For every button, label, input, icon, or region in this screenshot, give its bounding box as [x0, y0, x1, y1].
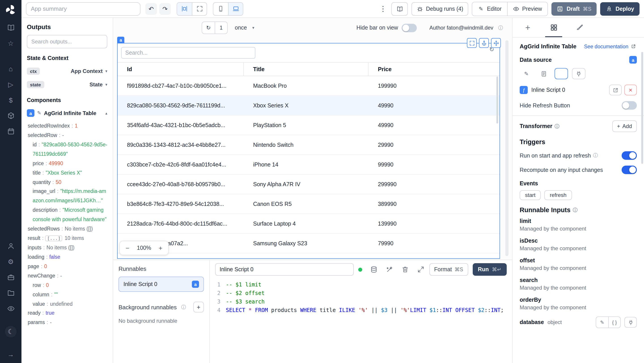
output-row[interactable]: newChange:- [27, 271, 107, 281]
column-header[interactable]: Price [368, 63, 500, 76]
database-icon[interactable] [370, 266, 378, 273]
insert-component-tab[interactable]: + [518, 18, 538, 37]
output-row[interactable]: selectedRowIndex:1 [27, 121, 107, 131]
rail-eye-icon[interactable] [7, 305, 15, 313]
table-row[interactable]: b3e864c8-7fe3-4270-89e9-54c12038...Canon… [118, 194, 500, 214]
debug-runs-button[interactable]: Debug runs (4) [412, 2, 468, 16]
draft-button[interactable]: Draft ⌘S [552, 2, 597, 16]
component-anchor-button[interactable] [479, 38, 489, 48]
add-transformer-button[interactable]: + Add [612, 120, 637, 132]
canvas-width-button[interactable] [177, 3, 192, 15]
output-row[interactable]: inputs:No items ([]) [27, 243, 107, 252]
table-row[interactable]: ccee43dc-27e0-40a8-b768-b09579b0...Sony … [118, 175, 500, 194]
rail-briefcase-icon[interactable] [7, 273, 15, 281]
table-row[interactable]: 4c83-8022-5e70a07a2...Samsung Galaxy S23… [118, 234, 500, 253]
output-row[interactable]: params:- [27, 318, 107, 327]
canvas-scrollbar[interactable] [505, 40, 508, 256]
connect-icon[interactable] [624, 317, 637, 328]
table-row[interactable]: 2128adca-7fc6-44bd-800c-dc115df6ac...Sur… [118, 214, 500, 234]
redo-button[interactable]: ↷ [159, 3, 171, 15]
remove-script-button[interactable]: × [624, 85, 637, 95]
chevron-up-icon[interactable]: ▴ [105, 111, 107, 115]
mobile-view-button[interactable] [213, 3, 228, 15]
delete-script-icon[interactable] [402, 266, 409, 273]
trigger-toggle[interactable] [622, 151, 637, 160]
output-row[interactable]: title:"Xbox Series X" [27, 168, 107, 177]
app-canvas[interactable]: a ↻ IdTitlePrice f991898d-cb27-4ac7-b10c… [113, 38, 512, 260]
rail-book-icon[interactable] [7, 24, 15, 32]
output-row[interactable]: result:[...]10 items [27, 234, 107, 243]
outputs-search-input[interactable] [27, 35, 107, 48]
context-row[interactable]: ctxApp Context▾ [27, 65, 107, 77]
static-mode-icon[interactable]: ✎ [520, 68, 533, 79]
rail-arrow-right-icon[interactable]: → [7, 350, 15, 358]
output-row[interactable]: page:0 [27, 262, 107, 271]
output-row[interactable]: row:0 [27, 280, 107, 290]
template-mode-icon[interactable] [537, 68, 550, 79]
table-row[interactable]: 354f6afd-43ac-4321-b1bc-0b5e5adcb...Play… [118, 116, 500, 135]
editor-tab-button[interactable]: ✎ Editor [472, 2, 507, 16]
rail-gear-icon[interactable]: ⚙ [7, 258, 15, 266]
column-header[interactable]: Title [244, 63, 368, 76]
runnable-item[interactable]: Inline Script 0 a [118, 277, 204, 292]
aggrid-component[interactable]: a ↻ IdTitlePrice f991898d-cb27-4ac7-b10c… [117, 43, 500, 259]
context-row[interactable]: stateState▾ [27, 78, 107, 90]
component-row[interactable]: a ✎ AgGrid Infinite Table ▴ [27, 107, 107, 119]
run-button[interactable]: Run ⌘↵ [472, 263, 507, 276]
output-row[interactable]: selectedRows:No items ([]) [27, 224, 107, 234]
docs-button[interactable] [392, 2, 408, 16]
output-row[interactable]: ready:true [27, 309, 107, 318]
preview-tab-button[interactable]: Preview [507, 2, 548, 16]
app-summary-input[interactable] [26, 2, 140, 16]
rail-calendar-icon[interactable] [7, 128, 15, 136]
script-name-input[interactable] [215, 263, 354, 276]
table-row[interactable]: c303bce7-cb2e-42c6-8fdf-6aa01fc4e4...iPh… [118, 155, 500, 175]
inline-script-row[interactable]: ƒ Inline Script 0 × [520, 85, 637, 95]
connect-mode-icon[interactable] [572, 68, 586, 79]
rail-folder-icon[interactable] [7, 289, 15, 297]
output-row[interactable]: value:undefined [27, 299, 107, 309]
frequency-select[interactable]: once ▾ [235, 25, 254, 31]
open-script-icon[interactable] [609, 85, 622, 95]
rail-play-icon[interactable]: ▷ [7, 81, 15, 89]
event-chip[interactable]: refresh [544, 190, 572, 200]
output-row[interactable]: loading:false [27, 252, 107, 262]
zoom-out-button[interactable]: − [124, 244, 132, 252]
output-row[interactable]: selectedRow:- [27, 131, 107, 140]
output-row[interactable]: id:"829ca080-5630-4562-9d5e-7611199dc669… [27, 140, 107, 159]
ai-wand-icon[interactable] [386, 266, 394, 273]
hide-bar-toggle[interactable] [402, 24, 417, 32]
rail-home-icon[interactable]: ⌂ [7, 65, 15, 73]
table-search-input[interactable] [121, 47, 255, 59]
edit-component-icon[interactable]: ✎ [37, 110, 41, 116]
info-icon[interactable]: ⓘ [573, 207, 578, 213]
table-scrollbar[interactable] [496, 77, 498, 124]
rail-user-icon[interactable] [7, 242, 15, 250]
more-menu-button[interactable]: ⋮ [378, 5, 388, 13]
table-refresh-icon[interactable]: ↻ [489, 47, 494, 52]
component-expand-button[interactable] [467, 38, 477, 48]
info-icon[interactable]: ⓘ [181, 304, 186, 310]
styling-tab[interactable] [570, 18, 590, 37]
rail-star-icon[interactable]: ☆ [7, 39, 15, 48]
code-editor[interactable]: 1234 -- $1 limit-- $2 offset-- $3 search… [210, 279, 512, 363]
output-row[interactable]: image_url:"https://m.media-amazon.com/im… [27, 187, 107, 206]
canvas-fullscreen-button[interactable] [192, 3, 206, 15]
deploy-button[interactable]: Deploy [600, 2, 640, 16]
rail-moon-icon[interactable]: ☾ [5, 326, 16, 337]
trigger-toggle[interactable] [622, 166, 637, 174]
rail-cube-icon[interactable] [7, 112, 15, 120]
event-chip[interactable]: start [520, 190, 541, 200]
zoom-in-button[interactable]: + [156, 244, 164, 252]
info-icon[interactable]: ⓘ [498, 25, 503, 31]
hide-refresh-toggle[interactable] [622, 101, 637, 110]
inspector-scrollbar[interactable] [641, 52, 643, 164]
output-row[interactable]: quantity:50 [27, 177, 107, 187]
column-header[interactable]: Id [118, 63, 244, 76]
info-icon[interactable]: ⓘ [554, 123, 560, 129]
refresh-app-button[interactable]: ↻ [202, 22, 215, 34]
code-mode-icon[interactable] [554, 68, 568, 79]
desktop-view-button[interactable] [228, 3, 243, 15]
table-row[interactable]: 89c0a336-1343-4812-ac34-e4bb8e27...Ninte… [118, 135, 500, 155]
windmill-logo-icon[interactable] [5, 4, 16, 16]
